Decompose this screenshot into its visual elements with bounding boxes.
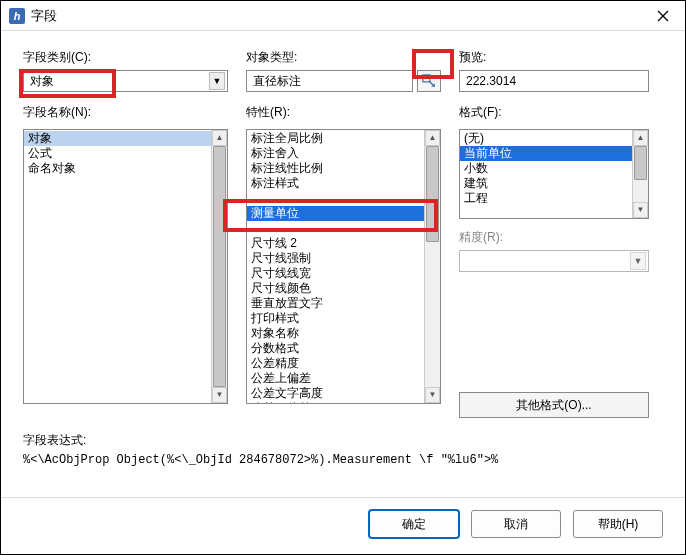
list-item[interactable]: 尺寸线 2 (247, 236, 440, 251)
list-item[interactable]: 公差下偏差 (247, 401, 440, 404)
list-item[interactable]: 测量单位 (247, 206, 440, 221)
field-name-label: 字段名称(N): (23, 104, 228, 121)
scrollbar[interactable]: ▲ ▼ (632, 130, 648, 218)
format-label: 格式(F): (459, 104, 649, 121)
pick-object-button[interactable] (417, 70, 441, 92)
precision-label: 精度(R): (459, 229, 649, 246)
list-item[interactable]: (无) (460, 131, 648, 146)
list-item[interactable]: 标注样式 (247, 176, 440, 191)
list-item[interactable]: … (247, 191, 440, 206)
svg-rect-2 (423, 75, 430, 82)
format-listbox[interactable]: (无) 当前单位 小数 建筑 工程 ▲ ▼ (459, 129, 649, 219)
field-category-value: 对象 (30, 73, 54, 90)
app-icon: h (9, 8, 25, 24)
list-item[interactable]: … (247, 221, 440, 236)
object-type-field[interactable]: 直径标注 (246, 70, 413, 92)
expression-label: 字段表达式: (23, 432, 663, 449)
scrollbar[interactable]: ▲ ▼ (424, 130, 440, 403)
scroll-down-icon[interactable]: ▼ (212, 387, 227, 403)
dialog-button-row: 确定 取消 帮助(H) (1, 497, 685, 554)
list-item[interactable]: 当前单位 (460, 146, 648, 161)
list-item[interactable]: 命名对象 (24, 161, 227, 176)
list-item[interactable]: 公差文字高度 (247, 386, 440, 401)
field-name-listbox[interactable]: 对象 公式 命名对象 ▲ ▼ (23, 129, 228, 404)
close-icon (657, 10, 669, 22)
help-button[interactable]: 帮助(H) (573, 510, 663, 538)
property-listbox[interactable]: 标注全局比例 标注舍入 标注线性比例 标注样式 … 测量单位 … 尺寸线 2 尺… (246, 129, 441, 404)
dropdown-arrow-icon: ▼ (630, 252, 646, 270)
scroll-up-icon[interactable]: ▲ (633, 130, 648, 146)
list-item[interactable]: 标注全局比例 (247, 131, 440, 146)
list-item[interactable]: 打印样式 (247, 311, 440, 326)
dialog-title: 字段 (31, 7, 57, 25)
dialog-window: h 字段 字段类别(C): 对象 ▼ 字段名称(N): 对象 公式 命 (0, 0, 686, 555)
list-item[interactable]: 公式 (24, 146, 227, 161)
other-format-button[interactable]: 其他格式(O)... (459, 392, 649, 418)
list-item[interactable]: 尺寸线颜色 (247, 281, 440, 296)
list-item[interactable]: 对象 (24, 131, 227, 146)
scroll-up-icon[interactable]: ▲ (425, 130, 440, 146)
cancel-button[interactable]: 取消 (471, 510, 561, 538)
precision-combo: ▼ (459, 250, 649, 272)
list-item[interactable]: 垂直放置文字 (247, 296, 440, 311)
scroll-down-icon[interactable]: ▼ (633, 202, 648, 218)
list-item[interactable]: 小数 (460, 161, 648, 176)
field-category-combo[interactable]: 对象 ▼ (23, 70, 228, 92)
property-label: 特性(R): (246, 104, 441, 121)
titlebar: h 字段 (1, 1, 685, 31)
list-item[interactable]: 尺寸线强制 (247, 251, 440, 266)
object-type-label: 对象类型: (246, 49, 441, 66)
close-button[interactable] (640, 1, 685, 31)
pick-object-icon (422, 74, 436, 88)
list-item[interactable]: 公差精度 (247, 356, 440, 371)
list-item[interactable]: 建筑 (460, 176, 648, 191)
list-item[interactable]: 标注舍入 (247, 146, 440, 161)
expression-text: %<\AcObjProp Object(%<\_ObjId 284678072>… (23, 453, 663, 467)
ok-button[interactable]: 确定 (369, 510, 459, 538)
scroll-up-icon[interactable]: ▲ (212, 130, 227, 146)
list-item[interactable]: 公差上偏差 (247, 371, 440, 386)
dropdown-arrow-icon: ▼ (209, 72, 225, 90)
preview-label: 预览: (459, 49, 649, 66)
list-item[interactable]: 分数格式 (247, 341, 440, 356)
list-item[interactable]: 对象名称 (247, 326, 440, 341)
list-item[interactable]: 标注线性比例 (247, 161, 440, 176)
scrollbar[interactable]: ▲ ▼ (211, 130, 227, 403)
preview-value: 222.3014 (459, 70, 649, 92)
list-item[interactable]: 尺寸线线宽 (247, 266, 440, 281)
dialog-content: 字段类别(C): 对象 ▼ 字段名称(N): 对象 公式 命名对象 ▲ ▼ (1, 31, 685, 497)
list-item[interactable]: 工程 (460, 191, 648, 206)
field-category-label: 字段类别(C): (23, 49, 228, 66)
scroll-down-icon[interactable]: ▼ (425, 387, 440, 403)
